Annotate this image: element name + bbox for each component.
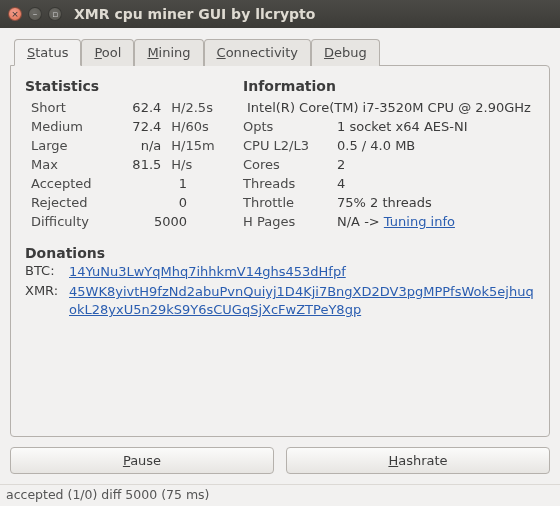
button-row: Pause Hashrate [10, 447, 550, 474]
information-panel: Information Intel(R) Core(TM) i7-3520M C… [243, 78, 535, 231]
tab-row: Status Pool Mining Connectivity Debug [10, 38, 550, 65]
donation-label-xmr: XMR: [25, 283, 63, 298]
donations-heading: Donations [25, 245, 535, 261]
donation-label-btc: BTC: [25, 263, 63, 278]
donation-address-xmr[interactable]: 45WK8yivtH9fzNd2abuPvnQuiyj1D4Kji7BngXD2… [69, 283, 535, 319]
hashrate-button[interactable]: Hashrate [286, 447, 550, 474]
stat-row-short: Short 62.4 H/2.5s [25, 98, 235, 117]
pause-button[interactable]: Pause [10, 447, 274, 474]
info-row-cpu: Intel(R) Core(TM) i7-3520M CPU @ 2.90GHz [243, 98, 535, 117]
info-row-threads: Threads 4 [243, 174, 535, 193]
stat-unit: H/2.5s [165, 98, 235, 117]
tabs-container: Status Pool Mining Connectivity Debug St… [10, 38, 550, 437]
donation-address-btc[interactable]: 14YuNu3LwYqMhq7ihhkmV14ghs453dHfpf [69, 263, 346, 281]
stat-value: 62.4 [117, 98, 165, 117]
stat-row-accepted: Accepted 1 [25, 174, 235, 193]
statistics-heading: Statistics [25, 78, 235, 94]
stat-row-max: Max 81.5 H/s [25, 155, 235, 174]
donation-row-btc: BTC: 14YuNu3LwYqMhq7ihhkmV14ghs453dHfpf [25, 263, 535, 281]
stat-label: Short [25, 98, 117, 117]
tab-content-status: Statistics Short 62.4 H/2.5s Medium 72.4… [10, 65, 550, 437]
tab-connectivity[interactable]: Connectivity [204, 39, 311, 66]
info-row-cores: Cores 2 [243, 155, 535, 174]
info-row-opts: Opts 1 socket x64 AES-NI [243, 117, 535, 136]
statistics-panel: Statistics Short 62.4 H/2.5s Medium 72.4… [25, 78, 235, 231]
window-body: Status Pool Mining Connectivity Debug St… [0, 28, 560, 484]
tab-mining[interactable]: Mining [134, 39, 203, 66]
tab-status[interactable]: Status [14, 39, 81, 66]
information-heading: Information [243, 78, 535, 94]
info-row-hpages: H Pages N/A -> Tuning info [243, 212, 535, 231]
stat-row-large: Large n/a H/15m [25, 136, 235, 155]
window-controls: × – ▫ [8, 7, 62, 21]
hpages-prefix: N/A -> [337, 214, 384, 229]
info-row-cache: CPU L2/L3 0.5 / 4.0 MB [243, 136, 535, 155]
tab-pool[interactable]: Pool [81, 39, 134, 66]
donations-section: Donations BTC: 14YuNu3LwYqMhq7ihhkmV14gh… [25, 245, 535, 320]
info-row-throttle: Throttle 75% 2 threads [243, 193, 535, 212]
tuning-info-link[interactable]: Tuning info [384, 214, 455, 229]
maximize-icon[interactable]: ▫ [48, 7, 62, 21]
window-title: XMR cpu miner GUI by llcrypto [74, 6, 315, 22]
donation-row-xmr: XMR: 45WK8yivtH9fzNd2abuPvnQuiyj1D4Kji7B… [25, 283, 535, 319]
statusbar-text: accepted (1/0) diff 5000 (75 ms) [6, 487, 209, 502]
stat-row-difficulty: Difficulty 5000 [25, 212, 235, 231]
close-icon[interactable]: × [8, 7, 22, 21]
titlebar: × – ▫ XMR cpu miner GUI by llcrypto [0, 0, 560, 28]
tab-debug[interactable]: Debug [311, 39, 380, 66]
stat-row-rejected: Rejected 0 [25, 193, 235, 212]
stat-row-medium: Medium 72.4 H/60s [25, 117, 235, 136]
minimize-icon[interactable]: – [28, 7, 42, 21]
statusbar: accepted (1/0) diff 5000 (75 ms) [0, 484, 560, 506]
